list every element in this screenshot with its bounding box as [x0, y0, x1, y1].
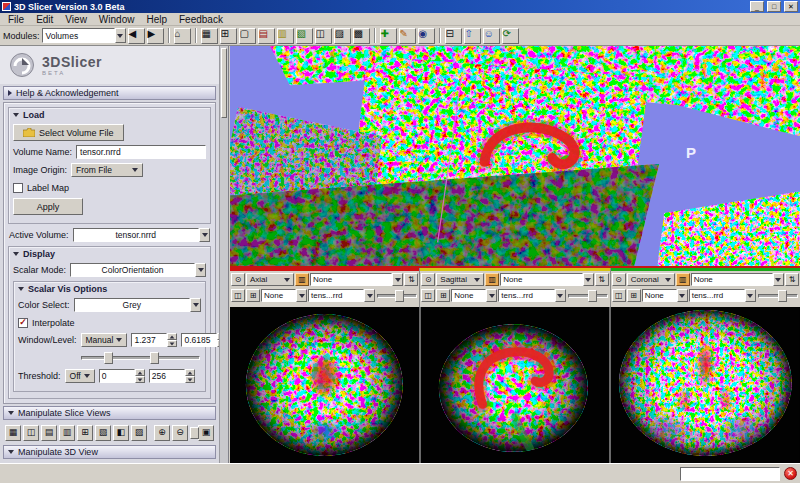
window-value[interactable]: 1.237: [131, 333, 167, 347]
menu-edit[interactable]: Edit: [30, 13, 59, 26]
load-data-icon[interactable]: ⇧: [464, 28, 481, 44]
slice-visibility-icon[interactable]: ◫: [231, 289, 245, 302]
axial-slice-slider[interactable]: [376, 289, 418, 303]
close-button[interactable]: ✕: [784, 1, 798, 12]
slice-label-layer-icon[interactable]: ▥: [485, 273, 499, 286]
screenshot-icon[interactable]: ◉: [418, 28, 435, 44]
window-spinbox[interactable]: 1.237: [131, 333, 177, 347]
sidebar-scrollbar-thumb[interactable]: [221, 48, 227, 118]
layout-lightbox-icon[interactable]: ▩: [353, 28, 370, 44]
crosshair-icon[interactable]: ✚: [380, 28, 397, 44]
coronal-slice-viewport[interactable]: [611, 307, 800, 463]
sagittal-slice-slider[interactable]: [567, 289, 609, 303]
slice-offset-stepper-icon[interactable]: ⇅: [785, 273, 799, 286]
dropdown-arrow-icon[interactable]: [364, 289, 375, 302]
sagittal-label-select[interactable]: None: [500, 273, 593, 286]
window-level-slider-handle[interactable]: [104, 352, 113, 364]
slices-visible-icon[interactable]: ▦: [5, 425, 21, 441]
volume-name-input[interactable]: tensor.nrrd: [76, 145, 206, 159]
level-value[interactable]: 0.6185: [181, 333, 217, 347]
axial-orientation-select[interactable]: Axial: [246, 273, 294, 286]
display-frame-title[interactable]: Display: [13, 249, 206, 259]
co coronal-background-select[interactable]: tens...rrd: [689, 289, 756, 302]
interpolate-checkbox[interactable]: ✓: [18, 318, 28, 328]
refresh-icon[interactable]: ⟳: [502, 28, 519, 44]
dropdown-arrow-icon[interactable]: [555, 289, 566, 302]
annotation-icon[interactable]: ✎: [399, 28, 416, 44]
coronal-slice-slider-handle[interactable]: [778, 290, 787, 302]
dropdown-arrow-icon[interactable]: [195, 263, 206, 277]
coronal-label-select[interactable]: None: [691, 273, 784, 286]
menu-help[interactable]: Help: [140, 13, 173, 26]
error-log-button[interactable]: ✕: [784, 467, 797, 480]
threshold-upper-value[interactable]: 256: [149, 369, 185, 383]
slice-label-layer-icon[interactable]: ▥: [295, 273, 309, 286]
color-select[interactable]: Grey: [74, 298, 201, 312]
slice-link-icon[interactable]: ⊞: [627, 289, 641, 302]
dropdown-arrow-icon[interactable]: [583, 273, 594, 286]
sagittal-slice-viewport[interactable]: [421, 307, 610, 463]
slice-visibility-icon[interactable]: ◫: [612, 289, 626, 302]
minimize-button[interactable]: _: [750, 1, 764, 12]
menu-feedback[interactable]: Feedback: [173, 13, 229, 26]
sagittal-background-select[interactable]: tens...rrd: [498, 289, 565, 302]
coronal-slice-slider[interactable]: [757, 289, 799, 303]
save-scene-icon[interactable]: ⊟: [445, 28, 462, 44]
module-forward-icon[interactable]: ▶: [147, 28, 164, 44]
axial-background-select[interactable]: tens...rrd: [308, 289, 375, 302]
layout-fourup-icon[interactable]: ⊞: [220, 28, 237, 44]
image-origin-select[interactable]: From File: [71, 163, 143, 177]
manipulate-slice-views-header[interactable]: Manipulate Slice Views: [3, 406, 216, 420]
module-home-icon[interactable]: ⌂: [174, 28, 191, 44]
layout-3d-only-icon[interactable]: ▢: [239, 28, 256, 44]
slices-fit-icon[interactable]: ▣: [198, 425, 214, 441]
view3d-render[interactable]: [230, 46, 800, 266]
slice-offset-stepper-icon[interactable]: ⇅: [404, 273, 418, 286]
slice-pin-icon[interactable]: ⊙: [421, 273, 435, 286]
slices-zoom-out-icon[interactable]: ⊖: [172, 425, 188, 441]
slices-flip-icon[interactable]: ◧: [113, 425, 129, 441]
axial-slice-image[interactable]: [230, 307, 419, 463]
window-level-mode-select[interactable]: Manual: [81, 333, 128, 347]
layout-green-slice-icon[interactable]: ▧: [296, 28, 313, 44]
modules-select[interactable]: Volumes: [42, 28, 126, 43]
view3d-viewport[interactable]: P: [230, 46, 800, 268]
layout-tabbed-slice-icon[interactable]: ▨: [334, 28, 351, 44]
maximize-button[interactable]: □: [767, 1, 781, 12]
spin-up-icon[interactable]: [167, 333, 177, 340]
slices-link-icon[interactable]: ◫: [23, 425, 39, 441]
slices-background-icon[interactable]: ▧: [95, 425, 111, 441]
dropdown-arrow-icon[interactable]: [745, 289, 756, 302]
help-acknowledgement-header[interactable]: Help & Acknowledgement: [3, 86, 216, 100]
modules-dropdown-arrow-icon[interactable]: [115, 28, 126, 43]
slices-foreground-icon[interactable]: ⊞: [77, 425, 93, 441]
axial-slice-slider-handle[interactable]: [395, 290, 404, 302]
dropdown-arrow-icon[interactable]: [190, 298, 201, 312]
manipulate-3d-view-header[interactable]: Manipulate 3D View: [3, 445, 216, 459]
scalar-vis-title-row[interactable]: Scalar Vis Options: [18, 284, 201, 294]
slice-visibility-icon[interactable]: ◫: [421, 289, 435, 302]
apply-button[interactable]: Apply: [13, 198, 83, 215]
layout-conventional-icon[interactable]: ▦: [201, 28, 218, 44]
axial-foreground-select[interactable]: None: [261, 289, 307, 302]
load-frame-title[interactable]: Load: [13, 110, 206, 120]
user-icon[interactable]: ☺: [483, 28, 500, 44]
threshold-lower-spinbox[interactable]: 0: [99, 369, 145, 383]
dropdown-arrow-icon[interactable]: [486, 289, 497, 302]
coronal-orientation-select[interactable]: Coronal: [627, 273, 675, 286]
sagittal-orientation-select[interactable]: Sagittal: [436, 273, 484, 286]
dropdown-arrow-icon[interactable]: [773, 273, 784, 286]
menu-view[interactable]: View: [59, 13, 93, 26]
coronal-slice-image[interactable]: [611, 307, 800, 463]
dropdown-arrow-icon[interactable]: [392, 273, 403, 286]
slice-pin-icon[interactable]: ⊙: [612, 273, 626, 286]
slice-label-layer-icon[interactable]: ▥: [676, 273, 690, 286]
threshold-lower-value[interactable]: 0: [99, 369, 135, 383]
slice-link-icon[interactable]: ⊞: [246, 289, 260, 302]
dropdown-arrow-icon[interactable]: [199, 228, 210, 242]
spin-down-icon[interactable]: [135, 376, 145, 383]
dropdown-arrow-icon[interactable]: [677, 289, 688, 302]
coronal-foreground-select[interactable]: None: [642, 289, 688, 302]
window-level-slider[interactable]: [80, 351, 201, 365]
slice-opacity-slider-handle[interactable]: [190, 427, 199, 439]
